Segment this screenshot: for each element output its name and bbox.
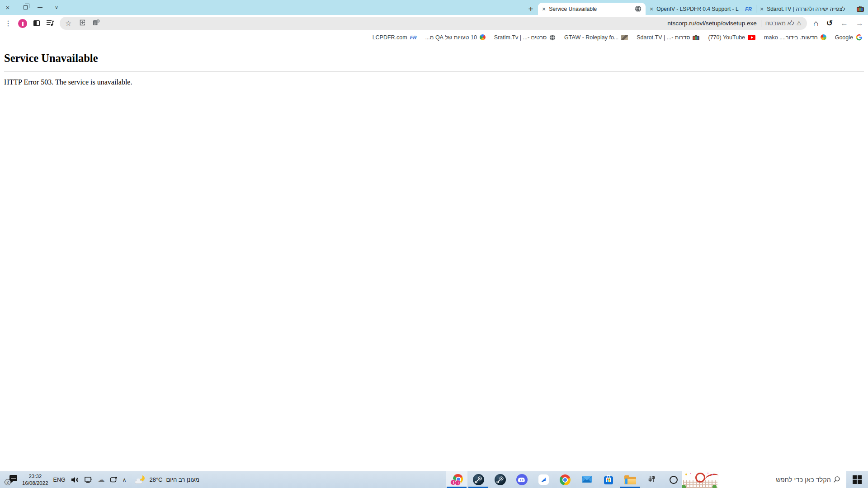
file-explorer-icon <box>624 475 636 484</box>
taskbar-chrome-button[interactable] <box>554 471 576 488</box>
address-bar[interactable]: ☆ ntscorp.ru/ovi/setup/ovisetup.exe לא מ… <box>60 17 807 30</box>
discord-icon <box>516 474 528 485</box>
taskbar-steam2-button[interactable] <box>489 471 511 488</box>
bookmark-label: חדשות. בידור.... mako <box>764 34 818 41</box>
bookmark-mako[interactable]: חדשות. בידור.... mako <box>764 34 826 41</box>
window-controls: × ∨ <box>4 0 61 15</box>
forward-button[interactable]: ← <box>840 19 848 28</box>
security-chip[interactable]: לא מאובטח ⚠ <box>765 20 802 27</box>
taskbar-chrome-profiles-button[interactable] <box>446 471 467 488</box>
search-highlight-rollercoaster-image[interactable] <box>682 471 719 488</box>
bookmark-label: GTAW - Roleplay fo... <box>564 34 618 41</box>
translate-page-icon[interactable] <box>93 19 100 28</box>
bookmark-google[interactable]: Google <box>835 34 863 41</box>
bookmark-lcpdfr[interactable]: LCPDFR.com FR <box>373 34 417 41</box>
taskbar-explorer-button[interactable] <box>619 471 641 488</box>
microsoft-store-icon <box>603 474 614 485</box>
taskbar-clock[interactable]: 23:32 16/08/2022 <box>22 473 48 486</box>
tab-close-icon[interactable]: × <box>650 5 653 13</box>
start-button[interactable] <box>846 471 868 488</box>
taskbar-discord-button[interactable] <box>511 471 533 488</box>
taskbar-apps <box>446 471 684 488</box>
tab-title: Service Unavailable <box>549 6 632 12</box>
equalizer-icon <box>648 475 656 485</box>
globe-favicon-icon <box>549 34 556 41</box>
send-to-device-icon[interactable] <box>78 19 86 28</box>
window-menu-chevron-icon[interactable]: ∨ <box>52 5 61 10</box>
tab-sdarot[interactable]: × לצפייה ישירה ולהורדה | Sdarot.TV <box>756 3 868 15</box>
taskbar-search-box[interactable] <box>682 471 846 488</box>
lcpdfr-favicon-icon: FR <box>745 6 752 12</box>
tab-close-icon[interactable]: × <box>760 5 764 13</box>
bookmark-label: (770) YouTube <box>708 34 745 41</box>
weather-widget[interactable]: 28°C מעונן רב היום <box>135 475 199 484</box>
clock-date: 16/08/2022 <box>22 480 48 486</box>
meet-now-icon[interactable] <box>110 476 118 483</box>
browser-titlebar: × ∨ + × Service Unavailable × OpenIV - L… <box>0 0 868 15</box>
windows-logo-icon <box>853 475 862 484</box>
bookmark-label: LCPDFR.com <box>373 34 407 41</box>
network-icon[interactable] <box>84 476 93 483</box>
circle-ring-icon <box>670 476 678 484</box>
volume-icon[interactable] <box>71 476 79 483</box>
bookmark-label: Google <box>835 34 853 41</box>
taskbar-mail-button[interactable] <box>576 471 598 488</box>
chrome-icon <box>560 474 571 485</box>
color-wheel-favicon-icon <box>480 34 486 40</box>
action-center-button[interactable]: 2 <box>5 474 17 485</box>
tab-close-icon[interactable]: × <box>542 5 546 13</box>
taskbar-store-button[interactable] <box>598 471 619 488</box>
menu-kebab-icon[interactable]: ⋮ <box>5 19 12 28</box>
bookmark-label: סרטים -... | Sratim.Tv <box>494 34 547 41</box>
bookmark-qa[interactable]: 10 טעויות של QA מ... <box>425 34 485 41</box>
side-panel-icon[interactable] <box>33 20 40 26</box>
reload-button[interactable]: ↺ <box>826 19 833 28</box>
tab-service-unavailable[interactable]: × Service Unavailable <box>538 3 646 15</box>
mako-favicon-icon <box>821 34 826 40</box>
taskbar-zona-button[interactable] <box>533 471 554 488</box>
weather-condition: מעונן רב היום <box>166 476 200 483</box>
error-heading: Service Unavailable <box>4 52 864 65</box>
tab-title: OpenIV - LSPDFR 0.4 Support - L <box>656 6 742 12</box>
bookmark-sratim[interactable]: סרטים -... | Sratim.Tv <box>494 34 556 41</box>
security-label: לא מאובטח <box>765 20 794 27</box>
bookmark-sdarot[interactable]: סדרות -... | Sdarot.TV <box>637 34 699 41</box>
clock-time: 23:32 <box>22 473 48 479</box>
lcpdfr-favicon-icon: FR <box>410 35 417 40</box>
tab-openiv[interactable]: × OpenIV - LSPDFR 0.4 Support - L FR <box>646 3 756 15</box>
bookmark-star-icon[interactable]: ☆ <box>65 19 71 28</box>
bookmark-youtube[interactable]: (770) YouTube <box>708 34 755 41</box>
hidden-icons-chevron-icon[interactable]: ∧ <box>123 477 127 483</box>
page-content: Service Unavailable HTTP Error 503. The … <box>0 44 868 471</box>
taskbar-steam-button[interactable] <box>467 471 489 488</box>
onedrive-cloud-icon[interactable]: ☁ <box>98 475 105 484</box>
mail-icon <box>581 474 592 485</box>
navigation-buttons: ⌂ ↺ ← → <box>813 19 863 28</box>
toolbar-left-icons: ⋮ <box>5 19 54 28</box>
taskbar: 2 23:32 16/08/2022 ENG ☁ ∧ 28°C <box>0 471 868 488</box>
tab-title: לצפייה ישירה ולהורדה | Sdarot.TV <box>767 6 854 12</box>
search-magnifier-icon <box>833 476 846 483</box>
home-button[interactable]: ⌂ <box>813 19 818 28</box>
globe-favicon-icon <box>635 5 642 12</box>
window-restore-icon[interactable] <box>24 5 28 9</box>
new-tab-button[interactable]: + <box>524 3 538 15</box>
back-button[interactable]: → <box>856 19 863 28</box>
google-g-favicon-icon <box>856 34 863 41</box>
window-close-icon[interactable]: × <box>4 4 12 11</box>
playlist-icon[interactable] <box>46 19 54 28</box>
browser-toolbar: ⋮ ☆ ntscorp.ru/ovi/setup/ovisetup.exe <box>0 15 868 32</box>
taskbar-circle-app-button[interactable] <box>663 471 684 488</box>
window-minimize-icon[interactable] <box>38 7 42 8</box>
language-indicator[interactable]: ENG <box>53 477 66 483</box>
bookmark-gtaw[interactable]: GTAW - Roleplay fo... <box>564 34 628 41</box>
search-input[interactable] <box>719 476 833 483</box>
profile-avatar[interactable] <box>18 19 27 28</box>
heading-divider <box>4 71 864 71</box>
chrome-with-profiles-icon <box>450 474 463 486</box>
tv-favicon-icon <box>693 35 699 40</box>
weather-temperature: 28°C <box>149 476 162 483</box>
taskbar-equalizer-button[interactable] <box>641 471 663 488</box>
url-text[interactable]: ntscorp.ru/ovi/setup/ovisetup.exe <box>667 20 756 27</box>
blue-arrow-app-icon <box>538 474 549 485</box>
